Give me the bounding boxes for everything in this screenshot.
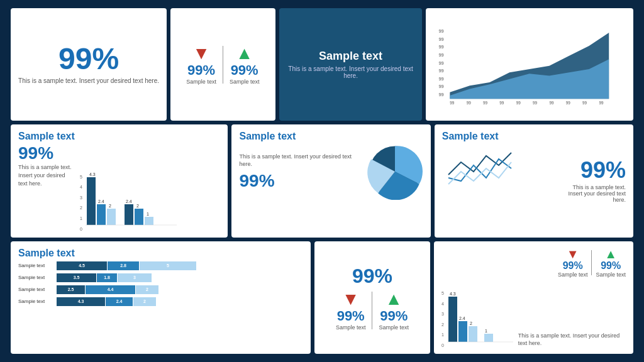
r2-line-right: 99% This is a sample text. Insert your d… [563,131,626,231]
card-r3-arrows: 99% ▼ 99% Sample text ▲ 99% Sample text [314,241,430,354]
r3m-arrow-down-percent: 99% [563,260,583,272]
pie-area: This is a sample text. Insert your desir… [239,143,423,200]
svg-text:99: 99 [439,84,444,89]
bar-chart-svg-r2: 4.3 2.4 2 2.4 2 1 [84,172,178,231]
r3m-arrow-down: ▼ 99% Sample text [558,248,588,278]
blue-card-title: Sample text [319,50,382,63]
svg-text:2: 2 [470,321,472,326]
svg-text:99: 99 [467,101,472,105]
svg-text:99: 99 [500,101,505,105]
r3m-arrow-down-label: Sample text [558,272,588,278]
r2-line-percent: 99% [580,159,626,182]
svg-rect-27 [125,204,133,225]
r3m-arrow-up-label: Sample text [596,272,626,278]
r3-mixed-right: ▼ 99% Sample text ▲ 99% Sample text This… [518,248,626,348]
card-r3-mixed: 5 4 3 2 1 0 4.3 2.4 2 [434,241,633,354]
arrow-up-item: ▲ 99% Sample text [230,45,260,85]
r3-mixed-arrows: ▼ 99% Sample text ▲ 99% Sample text [518,248,626,278]
arrow-down-icon: ▼ [192,45,210,62]
arrow-up-icon: ▲ [236,45,253,62]
svg-text:99: 99 [439,68,444,74]
line-chart-svg: 99 99 99 99 99 99 99 99 99 99 99 99 99 9… [433,13,626,118]
row-3: Sample text Sample text 4.5 2.8 5 Sample… [11,241,633,354]
arrow-up-percent: 99% [231,62,258,79]
svg-text:4.3: 4.3 [89,172,96,177]
arrow-down-percent: 99% [187,62,215,79]
svg-rect-31 [145,217,153,225]
r3-arrows-pair: ▼ 99% Sample text ▲ 99% Sample text [336,290,409,331]
svg-text:99: 99 [439,52,444,58]
card-r1-bigpercent: 99% This is a sample text. Insert your d… [11,8,167,121]
svg-text:99: 99 [450,101,455,105]
r3m-arrow-up-percent: 99% [601,260,621,272]
hbar-track-3: 2.5 4.4 2 [57,285,303,294]
svg-rect-39 [469,326,477,342]
r2-pie-title: Sample text [239,131,423,142]
hbar-rows: Sample text 4.5 2.8 5 Sample text 3.5 1.… [18,261,303,306]
hbar-seg-2c: 3 [118,273,152,282]
r3-hbar-title: Sample text [18,248,303,259]
r3-main-percent: 99% [352,265,392,288]
svg-text:99: 99 [533,101,538,105]
svg-rect-23 [97,204,106,225]
big-percent-r1: 99% [58,44,119,74]
r3-arrow-up-icon: ▲ [385,290,402,308]
hbar-seg-1c: 5 [140,261,196,270]
desc-r1: This is a sample text. Insert your desir… [18,77,159,85]
hbar-seg-1a: 4.5 [57,261,107,270]
svg-text:2: 2 [109,204,111,208]
svg-rect-25 [107,209,116,225]
svg-text:99: 99 [550,101,555,105]
r2-bar-info: Sample text 99% This is a sample text. I… [18,131,75,231]
svg-text:99: 99 [439,44,444,50]
svg-rect-29 [135,209,143,225]
hbar-track-1: 4.5 2.8 5 [57,261,303,270]
hbar-label-4: Sample text [18,299,53,304]
divider [223,46,223,84]
svg-text:2.4: 2.4 [98,199,104,204]
svg-text:99: 99 [439,92,444,97]
card-r1-arrows: ▼ 99% Sample text ▲ 99% Sample text [170,8,275,121]
r3m-arrow-down-icon: ▼ [567,248,579,260]
r3-mixed-desc: This is a sample text. Insert your desir… [518,332,626,348]
arrow-down-label: Sample text [186,79,216,85]
row-2: Sample text 99% This is a sample text. I… [11,124,633,237]
r2-bar-chart-area: 5 4 3 2 1 0 4.3 2.4 2 2.4 [80,131,220,231]
r3m-arrow-up: ▲ 99% Sample text [596,248,626,278]
hbar-seg-3a: 2.5 [57,285,85,294]
blue-card-desc: This is a sample text. Insert your desir… [287,65,415,79]
svg-text:99: 99 [439,60,444,66]
arrow-up-label: Sample text [230,79,260,85]
svg-text:1: 1 [485,329,487,333]
hbar-label-3: Sample text [18,287,53,292]
svg-text:99: 99 [583,101,588,105]
r3-arrow-down-icon: ▼ [342,290,360,308]
hbar-seg-2b: 1.8 [97,273,117,282]
hbar-row-2: Sample text 3.5 1.8 3 [18,273,303,282]
svg-text:2.4: 2.4 [126,199,132,204]
r3-arrow-down-label: Sample text [336,324,366,331]
r2-pie-percent: 99% [239,171,360,191]
arrow-down-item: ▼ 99% Sample text [186,45,216,85]
r3m-divider [591,250,592,275]
hbar-seg-3b: 4.4 [86,285,135,294]
r3-arrow-down: ▼ 99% Sample text [336,290,366,331]
r3-y-axis: 5 4 3 2 1 0 [441,291,444,348]
r3-mixed-barchart: 5 4 3 2 1 0 4.3 2.4 2 [441,248,514,348]
r3-bar-svg: 4.3 2.4 2 1 [445,291,514,348]
hbar-track-4: 4.3 2.4 2 [57,297,303,306]
card-r1-linechart: 99 99 99 99 99 99 99 99 99 99 99 99 99 9… [426,8,633,121]
hbar-row-4: Sample text 4.3 2.4 2 [18,297,303,306]
svg-rect-21 [87,177,96,225]
hbar-row-3: Sample text 2.5 4.4 2 [18,285,303,294]
sparkline-svg [442,143,524,194]
hbar-label-2: Sample text [18,275,53,280]
svg-text:99: 99 [439,76,444,82]
svg-text:99: 99 [516,101,521,105]
r3-arrow-up-label: Sample text [379,324,409,331]
r3m-arrow-up-icon: ▲ [604,248,617,260]
hbar-seg-4b: 2.4 [106,297,133,306]
svg-text:99: 99 [566,101,571,105]
r2-pie-desc: This is a sample text. Insert your desir… [239,153,360,168]
svg-rect-37 [458,321,467,342]
